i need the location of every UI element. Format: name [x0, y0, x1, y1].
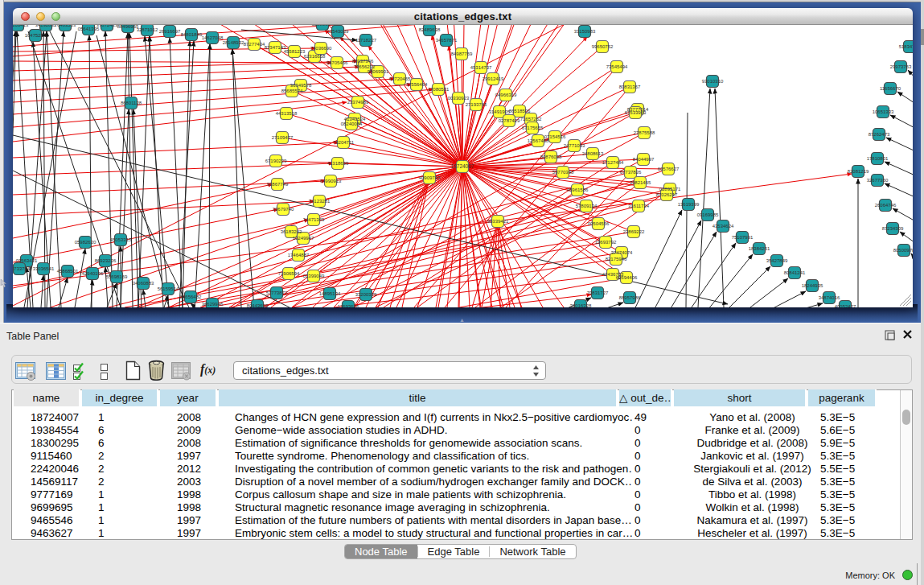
svg-text:56159514: 56159514	[158, 286, 179, 291]
svg-text:95339421: 95339421	[487, 219, 509, 224]
svg-text:86923226: 86923226	[95, 258, 117, 263]
svg-text:04966319: 04966319	[495, 93, 517, 97]
svg-text:96705466: 96705466	[326, 60, 348, 65]
svg-text:39821465: 39821465	[630, 180, 651, 185]
svg-text:10651333: 10651333	[873, 109, 894, 114]
svg-text:37672423: 37672423	[97, 25, 118, 27]
svg-text:05982620: 05982620	[75, 240, 97, 245]
svg-text:28148932: 28148932	[223, 40, 244, 45]
svg-text:29912419: 29912419	[483, 76, 504, 81]
svg-text:75204711: 75204711	[333, 140, 355, 145]
svg-text:70831727: 70831727	[587, 290, 609, 295]
svg-text:33150983: 33150983	[574, 29, 596, 34]
svg-text:76036690: 76036690	[310, 46, 332, 51]
svg-text:36629946: 36629946	[202, 302, 224, 307]
svg-text:40909743: 40909743	[419, 175, 441, 180]
svg-text:80876038: 80876038	[540, 154, 562, 159]
svg-text:36183242: 36183242	[281, 229, 302, 234]
svg-text:86518506: 86518506	[509, 109, 531, 113]
svg-text:19693792: 19693792	[595, 240, 617, 245]
svg-text:93867749: 93867749	[267, 182, 289, 187]
svg-text:02895171: 02895171	[659, 187, 681, 192]
svg-text:37474074: 37474074	[611, 250, 633, 255]
svg-text:14627048: 14627048	[202, 35, 224, 40]
svg-text:98069901: 98069901	[368, 69, 389, 74]
svg-text:35427849: 35427849	[766, 258, 788, 263]
svg-text:23374989: 23374989	[347, 100, 369, 105]
svg-text:84656482: 84656482	[180, 295, 202, 299]
svg-text:44313518: 44313518	[276, 111, 298, 116]
svg-text:09169985: 09169985	[697, 212, 719, 217]
svg-text:88957986: 88957986	[619, 295, 641, 300]
svg-text:17080531: 17080531	[428, 87, 450, 92]
svg-text:76483503: 76483503	[55, 25, 76, 27]
svg-text:17810801: 17810801	[867, 156, 889, 161]
svg-text:45314737: 45314737	[470, 65, 492, 70]
svg-text:02563421: 02563421	[16, 258, 38, 263]
svg-text:87234309: 87234309	[882, 226, 904, 231]
svg-text:80500978: 80500978	[893, 248, 913, 253]
svg-text:27875588: 27875588	[634, 130, 655, 135]
svg-text:45053315: 45053315	[110, 237, 132, 242]
svg-text:33200379: 33200379	[355, 292, 377, 297]
svg-text:80841241: 80841241	[784, 270, 806, 275]
svg-text:87026217: 87026217	[656, 192, 678, 197]
svg-text:01543039: 01543039	[327, 29, 349, 34]
svg-text:87262473: 87262473	[869, 132, 890, 137]
svg-text:93103413: 93103413	[13, 25, 29, 27]
svg-text:64990913: 64990913	[320, 179, 342, 183]
svg-text:99650752: 99650752	[592, 44, 614, 49]
svg-text:24771093: 24771093	[564, 143, 585, 148]
svg-text:34657871: 34657871	[436, 38, 458, 43]
svg-text:20679740: 20679740	[273, 207, 294, 212]
svg-text:67533963: 67533963	[625, 110, 647, 115]
svg-text:41318699: 41318699	[327, 161, 349, 166]
svg-text:23869222: 23869222	[623, 229, 645, 234]
svg-text:57809134: 57809134	[576, 204, 598, 208]
svg-text:55698169: 55698169	[106, 274, 128, 279]
svg-text:08240084: 08240084	[341, 122, 363, 126]
svg-text:32677360: 32677360	[867, 178, 889, 183]
svg-text:84801845: 84801845	[181, 32, 203, 37]
svg-text:82489638: 82489638	[419, 27, 441, 32]
svg-text:75107991: 75107991	[732, 235, 754, 240]
svg-text:34471349: 34471349	[303, 217, 325, 222]
svg-text:82081219: 82081219	[848, 169, 869, 174]
svg-text:62720465: 62720465	[389, 76, 411, 81]
svg-text:84044997: 84044997	[633, 157, 655, 162]
svg-text:33036541: 33036541	[33, 266, 55, 271]
svg-text:31491905: 31491905	[489, 109, 511, 114]
svg-text:29973763: 29973763	[890, 64, 912, 69]
svg-text:85685574: 85685574	[281, 89, 303, 93]
svg-text:32016328: 32016328	[570, 303, 592, 307]
svg-text:87277434: 87277434	[244, 42, 265, 47]
svg-text:60733754: 60733754	[13, 266, 31, 271]
svg-text:59770348: 59770348	[552, 170, 574, 175]
svg-text:34874016: 34874016	[819, 295, 840, 300]
svg-text:27109477: 27109477	[272, 135, 294, 140]
svg-text:14895134: 14895134	[319, 291, 341, 296]
svg-text:34060883: 34060883	[133, 281, 154, 286]
svg-text:17464887: 17464887	[288, 253, 310, 257]
svg-text:67190229: 67190229	[265, 159, 287, 163]
svg-text:71906594: 71906594	[278, 271, 300, 276]
svg-text:32871012: 32871012	[137, 27, 158, 32]
svg-text:45868501: 45868501	[57, 269, 79, 274]
svg-text:51834738: 51834738	[899, 44, 913, 49]
svg-text:67737826: 67737826	[620, 170, 642, 175]
svg-text:60576627: 60576627	[658, 167, 680, 171]
svg-text:07154516: 07154516	[544, 134, 566, 139]
svg-text:45581223: 45581223	[284, 49, 306, 54]
svg-text:40052427: 40052427	[835, 304, 856, 307]
svg-text:43534624: 43534624	[713, 224, 734, 229]
svg-text:18384251: 18384251	[749, 246, 770, 251]
svg-text:27193745: 27193745	[466, 102, 487, 107]
svg-text:52880957: 52880957	[312, 25, 334, 27]
svg-text:17127484: 17127484	[602, 160, 624, 165]
svg-text:93010310: 93010310	[702, 79, 724, 84]
svg-text:31611724: 31611724	[628, 204, 650, 208]
svg-text:36349578: 36349578	[290, 83, 312, 88]
svg-text:62316658: 62316658	[304, 54, 326, 59]
svg-text:45961586: 45961586	[567, 187, 589, 192]
svg-text:26064746: 26064746	[875, 203, 897, 208]
